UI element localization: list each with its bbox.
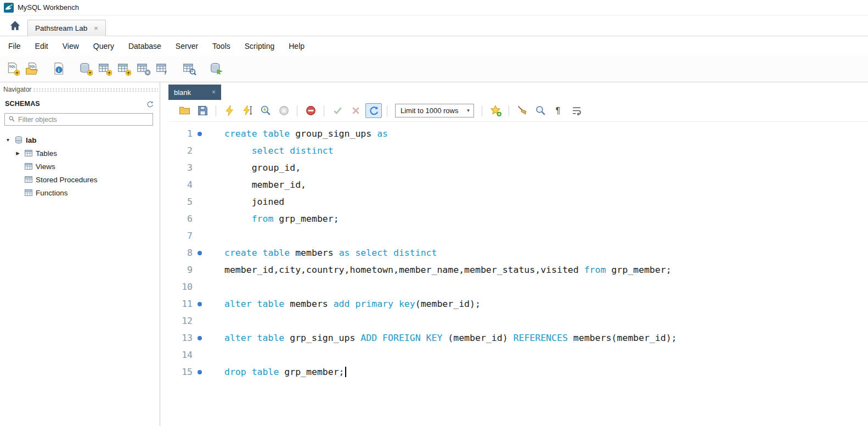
code-line[interactable]: 13alter table grp_sign_ups ADD FOREIGN K… (168, 329, 868, 346)
connection-tab-close-icon[interactable]: × (94, 24, 98, 32)
explain-button[interactable] (257, 103, 274, 118)
line-number: 3 (168, 159, 193, 176)
toolbar-separator (509, 105, 509, 116)
new-sql-tab-icon: SQL (6, 62, 20, 76)
code-text: alter table grp_sign_ups ADD FOREIGN KEY… (207, 329, 677, 346)
table-group-icon (24, 175, 33, 184)
create-view-icon (117, 62, 131, 76)
rollback-icon (350, 105, 362, 116)
dropdown-arrow-icon[interactable]: ▼ (466, 108, 471, 113)
stop-on-error-button[interactable] (302, 103, 319, 118)
code-line[interactable]: 1create table group_sign_ups as (168, 125, 868, 142)
code-text: create table members as select distinct (207, 244, 437, 261)
tree-item-tables[interactable]: ▶Tables (0, 147, 160, 160)
create-schema-button[interactable] (77, 60, 94, 77)
connection-tab[interactable]: Pathstream Lab × (27, 20, 106, 36)
open-sql-script-button[interactable]: SQL (24, 60, 41, 77)
home-tab-button[interactable] (2, 17, 27, 36)
tree-item-label: lab (26, 136, 37, 144)
code-line[interactable]: 10 (168, 278, 868, 295)
search-table-data-button[interactable] (181, 60, 198, 77)
code-line[interactable]: 6 from grp_member; (168, 210, 868, 227)
code-line[interactable]: 11alter table members add primary key(me… (168, 295, 868, 312)
beautify-button[interactable] (514, 103, 531, 118)
collapsed-arrow-icon[interactable]: ▶ (14, 150, 21, 156)
refresh-schemas-icon[interactable] (146, 100, 154, 108)
find-button[interactable] (532, 103, 549, 118)
inspector-button[interactable]: i (50, 60, 67, 77)
code-line[interactable]: 3 group_id, (168, 159, 868, 176)
statement-marker (193, 193, 207, 210)
wrap-text-button[interactable] (568, 103, 585, 118)
invisibles-icon: ¶ (553, 105, 565, 116)
menu-tools[interactable]: Tools (205, 38, 238, 54)
editor-tab-close-icon[interactable]: × (212, 88, 216, 96)
mysql-workbench-logo-icon (4, 3, 14, 13)
menu-help[interactable]: Help (281, 38, 312, 54)
schema-tree: ▼lab▶TablesViewsStored ProceduresFunctio… (0, 129, 160, 199)
menu-scripting[interactable]: Scripting (238, 38, 281, 54)
tree-item-stored-procedures[interactable]: Stored Procedures (0, 173, 160, 186)
code-line[interactable]: 12 (168, 312, 868, 329)
create-view-button[interactable] (116, 60, 133, 77)
code-line[interactable]: 7 (168, 227, 868, 244)
explain-icon (260, 105, 272, 116)
execute-current-button[interactable] (239, 103, 256, 118)
editor-tab-blank[interactable]: blank × (168, 85, 221, 100)
schema-filter-input[interactable] (18, 116, 149, 124)
create-function-button[interactable]: f (154, 60, 171, 77)
code-line[interactable]: 2 select distinct (168, 142, 868, 159)
code-line[interactable]: 5 joined (168, 193, 868, 210)
filter-search-icon (8, 115, 15, 124)
new-sql-tab-button[interactable]: SQL (4, 60, 21, 77)
menu-database[interactable]: Database (121, 38, 168, 54)
autocommit-button[interactable] (365, 103, 382, 118)
limit-rows-dropdown[interactable]: Limit to 1000 rows▼ (395, 104, 474, 117)
open-script-button[interactable] (176, 103, 193, 118)
navigator-header: Navigator (0, 82, 160, 96)
commit-button[interactable] (329, 103, 346, 118)
invisibles-button[interactable]: ¶ (550, 103, 567, 118)
menu-edit[interactable]: Edit (28, 38, 55, 54)
create-procedure-button[interactable] (135, 60, 152, 77)
menu-view[interactable]: View (55, 38, 86, 54)
code-line[interactable]: 9member_id,city,country,hometown,member_… (168, 261, 868, 278)
reconnect-database-button[interactable] (208, 60, 225, 77)
tree-item-functions[interactable]: Functions (0, 186, 160, 199)
svg-text:SQL: SQL (29, 65, 36, 68)
create-table-button[interactable] (97, 60, 114, 77)
expanded-arrow-icon[interactable]: ▼ (4, 137, 12, 143)
save-snippet-icon (490, 105, 501, 116)
schema-filter-box[interactable] (4, 113, 153, 126)
wrap-text-icon (571, 105, 583, 116)
code-line[interactable]: 15drop table grp_member; (168, 363, 868, 380)
code-text (207, 312, 224, 329)
execute-button[interactable] (221, 103, 238, 118)
stop-button[interactable] (275, 103, 292, 118)
menu-server[interactable]: Server (168, 38, 205, 54)
save-script-button[interactable] (194, 103, 211, 118)
statement-marker-dot-icon (198, 251, 202, 255)
code-line[interactable]: 4 member_id, (168, 176, 868, 193)
menu-query[interactable]: Query (86, 38, 121, 54)
inspector-icon: i (52, 62, 66, 76)
line-number: 9 (168, 261, 193, 278)
create-table-icon (98, 62, 112, 76)
code-text: group_id, (207, 159, 301, 176)
statement-marker-dot-icon (198, 302, 202, 306)
menu-file[interactable]: File (1, 38, 28, 54)
tree-item-lab[interactable]: ▼lab (0, 133, 160, 147)
text-caret (345, 367, 346, 377)
code-text: member_id, (207, 176, 306, 193)
code-line[interactable]: 8create table members as select distinct (168, 244, 868, 261)
limit-rows-label: Limit to 1000 rows (401, 107, 459, 115)
line-number: 15 (168, 363, 193, 380)
tree-item-views[interactable]: Views (0, 160, 160, 173)
code-text: select distinct (207, 142, 334, 159)
toolbar-separator (387, 105, 387, 116)
save-snippet-button[interactable] (487, 103, 504, 118)
navigator-title: Navigator (3, 86, 31, 93)
sql-code-editor[interactable]: 1create table group_sign_ups as2 select … (168, 122, 868, 426)
rollback-button[interactable] (347, 103, 364, 118)
code-line[interactable]: 14 (168, 346, 868, 363)
